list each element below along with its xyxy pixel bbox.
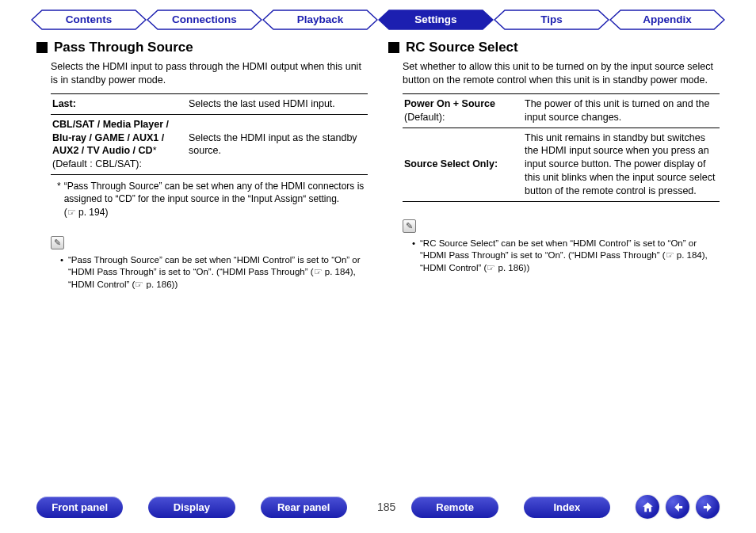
section-rc-source-select: RC Source Select Set whether to allow th… bbox=[388, 40, 720, 291]
option-name: Source Select Only: bbox=[404, 158, 521, 171]
nav-display[interactable]: Display bbox=[148, 497, 235, 518]
page-reference-link[interactable]: ☞ p. 194 bbox=[67, 207, 105, 218]
tab-tips[interactable]: Tips bbox=[494, 10, 609, 30]
note-icon: ✎ bbox=[51, 236, 64, 249]
options-table: Power On + Source (Default): The power o… bbox=[403, 93, 720, 202]
nav-remote[interactable]: Remote bbox=[411, 497, 498, 518]
footnote-text: “Pass Through Source” can be set when an… bbox=[64, 180, 368, 219]
nav-front-panel[interactable]: Front panel bbox=[36, 497, 123, 518]
square-bullet-icon bbox=[388, 42, 399, 53]
tab-playback[interactable]: Playback bbox=[262, 10, 378, 30]
table-row: Source Select Only: This unit remains in… bbox=[403, 128, 720, 201]
tab-label: Appendix bbox=[643, 13, 692, 25]
home-icon[interactable] bbox=[636, 495, 659, 519]
tab-label: Contents bbox=[66, 13, 113, 25]
page-number: 185 bbox=[368, 501, 406, 513]
top-tab-bar: Contents Connections Playback Settings T… bbox=[0, 0, 756, 33]
page-body: Pass Through Source Selects the HDMI inp… bbox=[0, 33, 756, 291]
option-desc: This unit remains in standby but switche… bbox=[521, 131, 718, 198]
nav-rear-panel[interactable]: Rear panel bbox=[261, 497, 347, 518]
tab-settings[interactable]: Settings bbox=[378, 10, 494, 30]
page-reference-link[interactable]: ☞ p. 186 bbox=[135, 280, 171, 289]
tab-label: Settings bbox=[414, 13, 456, 25]
section-title: RC Source Select bbox=[406, 40, 518, 55]
section-intro: Selects the HDMI input to pass through t… bbox=[51, 60, 368, 87]
section-heading: Pass Through Source bbox=[36, 40, 368, 55]
tab-label: Playback bbox=[297, 13, 344, 25]
next-page-icon[interactable] bbox=[696, 495, 720, 519]
note-list: “Pass Through Source” can be set when “H… bbox=[60, 254, 368, 291]
section-intro: Set whether to allow this unit to be tur… bbox=[403, 60, 720, 87]
option-name: Last: bbox=[52, 97, 185, 111]
nav-index[interactable]: Index bbox=[524, 497, 610, 518]
option-desc: Selects the HDMI input as the standby so… bbox=[185, 131, 366, 158]
options-table: Last: Selects the last used HDMI input. … bbox=[51, 93, 368, 175]
table-row: Last: Selects the last used HDMI input. bbox=[51, 94, 368, 114]
prev-page-icon[interactable] bbox=[666, 495, 689, 519]
bottom-nav-bar: Front panel Display Rear panel 185 Remot… bbox=[0, 495, 756, 519]
section-pass-through-source: Pass Through Source Selects the HDMI inp… bbox=[36, 40, 368, 291]
option-desc: The power of this unit is turned on and … bbox=[521, 97, 718, 124]
section-title: Pass Through Source bbox=[54, 40, 193, 55]
tab-contents[interactable]: Contents bbox=[31, 10, 147, 30]
option-name: CBL/SAT / Media Player / Blu-ray / GAME … bbox=[52, 118, 185, 172]
tab-connections[interactable]: Connections bbox=[147, 10, 262, 30]
option-name: Power On + Source (Default): bbox=[404, 97, 521, 124]
note-list: “RC Source Select” can be set when “HDMI… bbox=[412, 238, 720, 275]
footnote: * “Pass Through Source” can be set when … bbox=[57, 180, 368, 219]
table-row: CBL/SAT / Media Player / Blu-ray / GAME … bbox=[51, 114, 368, 175]
tab-label: Connections bbox=[172, 13, 237, 25]
page-reference-link[interactable]: ☞ p. 184 bbox=[314, 267, 350, 276]
note-item: “RC Source Select” can be set when “HDMI… bbox=[412, 238, 720, 275]
tab-label: Tips bbox=[540, 13, 563, 25]
page-reference-link[interactable]: ☞ p. 184 bbox=[666, 250, 702, 260]
asterisk-icon: * bbox=[57, 180, 61, 219]
note-item: “Pass Through Source” can be set when “H… bbox=[60, 254, 368, 291]
tab-appendix[interactable]: Appendix bbox=[609, 10, 725, 30]
note-icon: ✎ bbox=[403, 219, 416, 233]
option-desc: Selects the last used HDMI input. bbox=[185, 97, 366, 111]
square-bullet-icon bbox=[36, 42, 48, 53]
page-reference-link[interactable]: ☞ p. 186 bbox=[487, 263, 523, 272]
table-row: Power On + Source (Default): The power o… bbox=[403, 94, 720, 128]
section-heading: RC Source Select bbox=[388, 40, 720, 55]
page-nav-icons bbox=[636, 495, 720, 519]
